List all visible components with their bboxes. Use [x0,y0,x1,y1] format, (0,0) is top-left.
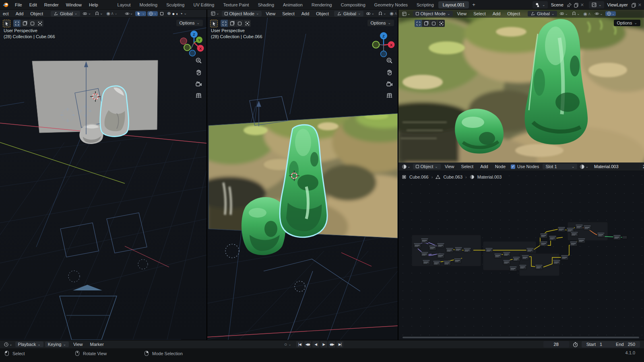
ortho-grid-icon[interactable] [195,92,202,99]
pan-hand-icon[interactable] [195,69,202,76]
menu-file[interactable]: File [11,2,26,8]
auto-keying-record-button[interactable]: ○ [284,341,287,347]
breadcrumb-material[interactable]: Material.003 [477,175,502,179]
menu-add[interactable]: Add [477,164,491,169]
tab-shading[interactable]: Shading [254,1,279,8]
navigation-gizmo[interactable]: Z Y X [176,28,205,57]
transform-orientation-dropdown[interactable]: Global⌄ [334,11,363,16]
shading-sphere-toggle[interactable]: ⌄ [605,11,616,16]
active-tool-select-box[interactable] [3,20,10,27]
xray-toggle[interactable]: ⌄ [147,11,158,16]
tab-rendering[interactable]: Rendering [307,1,336,8]
close-scene-icon[interactable]: ✕ [580,2,584,8]
menu-node[interactable]: Node [492,164,508,169]
tab-modeling[interactable]: Modeling [135,1,162,8]
menu-object[interactable]: Object [27,11,46,16]
rendered-shading-icon[interactable]: ◔ [180,11,184,16]
select-mode-box[interactable] [228,20,235,27]
menu-view[interactable]: View [263,11,278,16]
tab-uv-editing[interactable]: UV Editing [189,1,219,8]
options-dropdown[interactable]: Options⌄ [614,20,640,26]
snap-target-dropdown[interactable]: ⌄ [365,11,376,16]
view-layer-selector[interactable]: ⌄ [589,1,604,8]
viewport-middle[interactable]: ⌄ Object Mode⌄ View Select Add Object Gl… [207,10,398,340]
pan-hand-icon[interactable] [386,69,393,76]
copy-scene-icon[interactable] [574,2,579,8]
playback-dropdown[interactable]: Playback⌄ [15,341,43,347]
blender-logo-icon[interactable] [2,2,9,8]
show-gizmo-dropdown[interactable]: ⌄ [124,11,134,16]
copy-view-layer-icon[interactable] [631,2,636,8]
tab-layout[interactable]: Layout [113,1,135,8]
menu-edit[interactable]: Edit [26,2,41,8]
transform-orientation-dropdown[interactable]: Global⌄ [51,11,80,16]
material-users-count[interactable]: 2 [640,164,644,169]
viewport-left[interactable]: ect Add Object Global⌄ ⌄ ⌄ ◉ ∧ ⌄ ⌄ ⌄ [0,10,206,340]
select-mode-box[interactable] [21,20,28,27]
ortho-grid-icon[interactable] [386,92,393,99]
use-nodes-checkbox[interactable]: ✓ Use Nodes [510,164,540,169]
camera-view-icon[interactable] [386,80,393,87]
start-frame-field[interactable]: 1 [600,342,602,347]
viewport-middle-canvas[interactable] [207,10,398,340]
select-mode-tweak[interactable] [13,20,21,27]
tab-texture-paint[interactable]: Texture Paint [219,1,253,8]
select-mode-circle[interactable] [430,20,437,27]
select-mode-lasso[interactable] [244,20,251,27]
tab-scripting[interactable]: Scripting [412,1,438,8]
menu-select[interactable]: Select [471,11,489,16]
snap-target-dropdown[interactable]: ⌄ [81,11,92,16]
proportional-editing-toggle[interactable]: ◉ ∧ ⌄ [105,11,119,16]
snap-magnet-toggle[interactable]: ⌄ [93,11,104,16]
editor-type-dropdown[interactable]: ⌄ [400,11,412,16]
scene-name[interactable]: Scene [549,2,565,7]
mode-dropdown[interactable]: Object Mode⌄ [222,11,262,16]
tab-geometry-nodes[interactable]: Geometry Nodes [370,1,412,8]
mode-dropdown[interactable]: Object Mode⌄ [413,11,453,16]
horizontal-scrollbar[interactable] [402,337,639,338]
select-mode-lasso[interactable] [36,20,43,27]
snap-magnet-toggle[interactable]: ⌄ [377,11,388,16]
menu-view[interactable]: View [70,341,86,347]
snap-target-dropdown[interactable]: ⌄ [558,11,569,16]
prev-keyframe-button[interactable]: ◀◆ [304,341,311,348]
menu-view[interactable]: View [442,164,457,169]
select-mode-box[interactable] [422,20,429,27]
zoom-icon[interactable] [386,57,393,64]
proportional-editing-toggle[interactable]: ◉ ∧ [389,11,398,16]
camera-view-icon[interactable] [195,80,202,87]
render-region-icon[interactable] [159,12,165,15]
menu-view[interactable]: View [454,11,469,16]
pin-icon[interactable] [567,2,572,8]
add-workspace-button[interactable]: + [469,2,479,8]
material-name-field[interactable]: Material.003 [591,164,639,169]
current-frame-field[interactable]: 28 [543,341,569,348]
play-reverse-button[interactable]: ◀ [312,341,319,348]
shader-type-dropdown[interactable]: Object⌄ [413,164,441,169]
show-overlays-toggle[interactable]: ⌄ [135,11,146,16]
menu-add[interactable]: Add [13,11,27,16]
editor-type-dropdown[interactable]: ⌄ [209,11,221,16]
show-gizmo-dropdown[interactable]: ⌄ [593,11,604,16]
navigation-gizmo[interactable]: Z X [367,28,396,57]
keying-dropdown[interactable]: Keying⌄ [45,341,69,347]
wireframe-shading-icon[interactable]: ⊕ [167,11,171,16]
options-dropdown[interactable]: Options⌄ [367,20,394,26]
material-shading-icon[interactable]: ◐ [176,11,180,16]
selected-rock[interactable] [100,86,129,136]
tab-animation[interactable]: Animation [279,1,307,8]
jump-to-end-button[interactable]: ▶| [336,341,343,348]
breadcrumb-object[interactable]: Cube.066 [409,175,429,179]
view-layer-name[interactable]: ViewLayer [606,2,630,7]
menu-select-partial[interactable]: ect [2,11,12,16]
material-slot-dropdown[interactable]: Slot 1⌄ [543,164,577,169]
menu-select[interactable]: Select [279,11,297,16]
menu-help[interactable]: Help [85,2,102,8]
chevron-down-icon[interactable]: ⌄ [288,343,291,346]
viewport-rendered-canvas[interactable] [398,10,644,162]
select-mode-lasso[interactable] [438,20,445,27]
scene-selector[interactable]: ⌄ [533,1,548,8]
menu-window[interactable]: Window [62,2,85,8]
select-mode-tweak[interactable] [415,20,422,27]
select-mode-circle[interactable] [29,20,36,27]
